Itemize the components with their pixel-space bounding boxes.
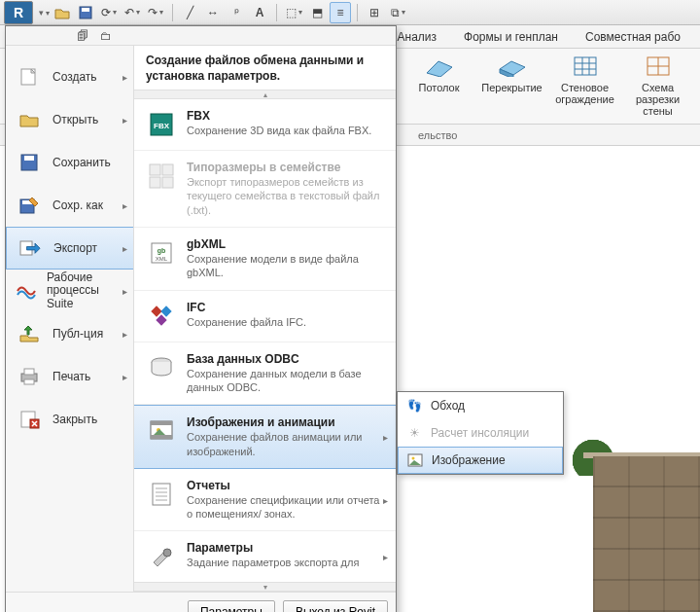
- svg-rect-36: [151, 435, 172, 439]
- family-types-icon: [146, 161, 177, 192]
- menu-item-export[interactable]: Экспорт▸: [6, 227, 133, 270]
- entry-title: Отчеты: [187, 479, 384, 492]
- chevron-right-icon: ▸: [383, 552, 388, 562]
- submenu-label: Изображение: [432, 453, 506, 467]
- menu-item-save[interactable]: Сохранить: [6, 141, 133, 184]
- images-anim-icon: [146, 415, 177, 447]
- menu-item-suite[interactable]: Рабочие процессы Suite▸: [6, 270, 133, 312]
- chevron-right-icon: ▸: [122, 200, 127, 211]
- floor-icon: [497, 54, 528, 78]
- undo-icon[interactable]: ↶: [122, 2, 143, 23]
- svg-rect-31: [160, 306, 171, 316]
- save-as-icon: [16, 194, 43, 217]
- export-options-list: FBX FBXСохранение 3D вида как файла FBX.…: [134, 99, 396, 582]
- export-ifc[interactable]: IFCСохранение файла IFC.: [134, 291, 396, 342]
- chevron-right-icon: ▸: [122, 72, 127, 83]
- 3d-view-icon[interactable]: ⬚: [283, 2, 304, 23]
- menu-label: Рабочие процессы Suite: [47, 271, 123, 310]
- section-icon[interactable]: ⬒: [306, 2, 328, 23]
- export-reports[interactable]: ОтчетыСохранение спецификации или отчета…: [134, 469, 396, 532]
- export-fbx[interactable]: FBX FBXСохранение 3D вида как файла FBX.: [134, 99, 396, 151]
- menu-label: Печать: [52, 370, 90, 383]
- options-button[interactable]: Параметры: [188, 600, 275, 612]
- svg-text:XML: XML: [156, 256, 168, 262]
- ribbon-button-floor[interactable]: Перекрытие: [475, 49, 548, 124]
- menu-item-publish[interactable]: Публ-ция▸: [6, 312, 133, 355]
- thin-lines-icon[interactable]: ≡: [330, 2, 351, 23]
- entry-title: Изображения и анимации: [187, 415, 384, 429]
- gbxml-icon: gbXML: [146, 237, 177, 269]
- ribbon-tab[interactable]: Формы и генплан: [450, 26, 572, 48]
- close-inactive-icon[interactable]: ⊞: [364, 2, 385, 23]
- chevron-right-icon: ▸: [383, 494, 388, 505]
- chevron-right-icon: ▸: [383, 432, 388, 443]
- export-family-types: Типоразмеры в семействеЭкспорт типоразме…: [134, 151, 396, 228]
- entry-desc: Сохранение файлов анимации или изображен…: [187, 430, 384, 458]
- new-icon: [16, 65, 43, 89]
- export-odbc[interactable]: База данных ODBCСохранение данных модели…: [134, 342, 396, 406]
- text-icon[interactable]: A: [249, 2, 270, 23]
- sync-icon[interactable]: ⟳: [98, 2, 120, 23]
- entry-desc: Задание параметров экспорта для: [187, 556, 359, 569]
- scroll-down-indicator[interactable]: ▾: [134, 582, 396, 592]
- entry-title: База данных ODBC: [187, 352, 384, 366]
- submenu-label: Расчет инсоляции: [431, 426, 529, 440]
- menu-item-new[interactable]: Создать▸: [6, 55, 133, 98]
- redo-icon[interactable]: ↷: [145, 2, 166, 23]
- ribbon-label: Схема разрезки стены: [621, 82, 694, 117]
- open-docs-icon[interactable]: 🗀: [97, 28, 115, 44]
- chevron-right-icon: ▸: [122, 286, 127, 297]
- options-icon: [146, 541, 177, 572]
- export-images-submenu: 👣Обход ☀Расчет инсоляции Изображение: [397, 391, 564, 475]
- scroll-up-indicator[interactable]: ▴: [134, 90, 396, 99]
- svg-rect-30: [151, 306, 161, 316]
- entry-title: Параметры: [187, 541, 359, 555]
- app-logo[interactable]: R: [4, 1, 33, 24]
- quick-access-toolbar: R ▾ ⟳ ↶ ↷ ╱ ↔ ᵖ A ⬚ ⬒ ≡ ⊞ ⧉: [0, 0, 700, 25]
- menu-item-open[interactable]: Открыть▸: [6, 98, 133, 141]
- export-gbxml[interactable]: gbXML gbXMLСохранение модели в виде файл…: [134, 228, 396, 291]
- app-menu-dropdown-icon[interactable]: ▾: [39, 8, 50, 18]
- curtain-wall-icon: [570, 54, 601, 78]
- recent-docs-icon[interactable]: 🗐: [74, 28, 91, 44]
- submenu-image[interactable]: Изображение: [398, 447, 563, 474]
- svg-rect-17: [24, 369, 34, 375]
- menu-item-print[interactable]: Печать▸: [6, 355, 133, 398]
- ribbon-button-curtain-wall[interactable]: Стеновое ограждение: [548, 49, 621, 124]
- export-icon: [17, 236, 44, 260]
- entry-desc: Сохранение спецификации или отчета о пом…: [187, 493, 384, 522]
- switch-windows-icon[interactable]: ⧉: [387, 2, 408, 23]
- open-icon[interactable]: [52, 2, 73, 23]
- appmenu-right-panel: Создание файлов обмена данными и установ…: [134, 46, 396, 592]
- export-options[interactable]: ПараметрыЗадание параметров экспорта для…: [134, 531, 396, 582]
- svg-point-43: [163, 549, 171, 557]
- appmenu-left-column: Создать▸ Открыть▸ Сохранить Сохр. как▸ Э…: [6, 46, 134, 592]
- svg-rect-38: [153, 484, 170, 505]
- chevron-right-icon: ▸: [122, 243, 127, 254]
- menu-label: Закрыть: [52, 413, 97, 426]
- save-icon[interactable]: [75, 2, 96, 23]
- svg-rect-26: [162, 177, 173, 188]
- menu-label: Открыть: [52, 113, 98, 126]
- building-wall: [593, 456, 700, 612]
- submenu-solar: ☀Расчет инсоляции: [398, 419, 563, 447]
- fbx-icon: FBX: [146, 109, 177, 140]
- ribbon-tab[interactable]: Совместная рабо: [572, 26, 694, 48]
- submenu-walkthrough[interactable]: 👣Обход: [398, 392, 563, 419]
- ribbon-button-curtain-grid[interactable]: Схема разрезки стены: [621, 49, 694, 124]
- appmenu-footer: Параметры Выход из Revit: [6, 592, 396, 612]
- ribbon-label: Перекрытие: [475, 82, 548, 93]
- ribbon-button-ceiling[interactable]: Потолок: [402, 49, 475, 124]
- menu-item-close[interactable]: Закрыть: [6, 398, 133, 441]
- odbc-icon: [146, 352, 177, 383]
- entry-desc: Экспорт типоразмеров семейств из текущег…: [187, 175, 384, 217]
- tag-icon[interactable]: ᵖ: [226, 2, 247, 23]
- export-images-anim[interactable]: Изображения и анимацииСохранение файлов …: [134, 405, 396, 469]
- exit-button[interactable]: Выход из Revit: [283, 600, 388, 612]
- print-icon: [16, 365, 43, 388]
- svg-rect-12: [24, 156, 34, 161]
- submenu-label: Обход: [431, 399, 465, 413]
- menu-item-save-as[interactable]: Сохр. как▸: [6, 184, 133, 227]
- dimension-icon[interactable]: ↔: [202, 2, 224, 23]
- measure-icon[interactable]: ╱: [179, 2, 200, 23]
